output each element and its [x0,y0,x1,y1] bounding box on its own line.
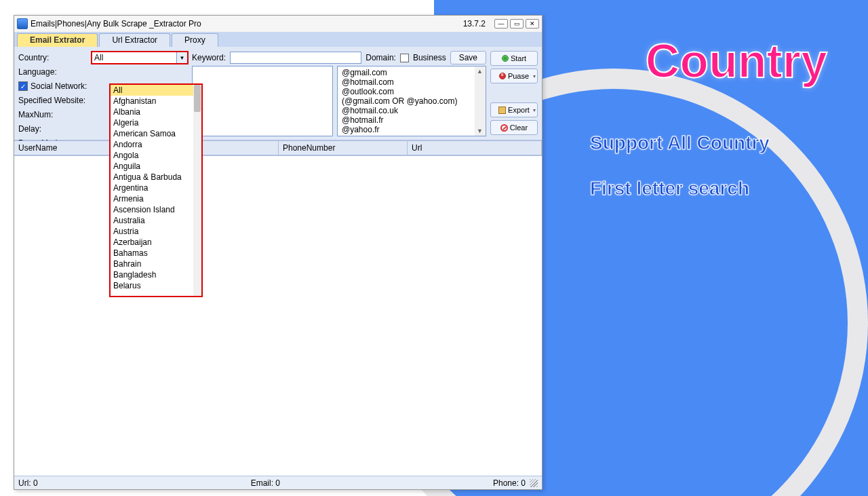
tab-proxy[interactable]: Proxy [172,33,218,47]
dropdown-item[interactable]: Bangladesh [111,269,193,280]
business-label: Business [413,53,446,62]
action-buttons: Start Puase Export Clear [490,51,538,136]
list-item[interactable]: @hotmail.fr [342,115,481,125]
list-item[interactable]: @hotmail.co.uk [342,106,481,115]
app-window: Emails|Phones|Any Bulk Scrape _Extractor… [14,15,542,490]
dropdown-item[interactable]: Argentina [111,183,193,193]
resize-grip[interactable] [530,479,538,487]
chevron-down-icon: ▼ [176,52,187,63]
dropdown-item[interactable]: All [111,85,193,96]
dropdown-item[interactable]: Andorra [111,139,193,150]
list-item[interactable]: @gmail.com [342,68,481,77]
scroll-down-icon[interactable]: ▼ [477,128,484,134]
clear-button[interactable]: Clear [490,120,538,135]
grid-header: UserName PhoneNumber Url [14,140,542,155]
tab-bar: Email Extrator Url Extractor Proxy [14,32,542,47]
dropdown-item[interactable]: Algeria [111,117,193,128]
statusbar: Url: 0 Email: 0 Phone: 0 [14,476,542,489]
dropdown-item[interactable]: Austria [111,226,193,237]
dropdown-item[interactable]: Afghanistan [111,96,193,107]
app-icon [17,18,28,29]
maximize-button[interactable]: ▭ [510,19,524,28]
toolbar: Country: All▼ Language: ✓Social Network:… [14,47,542,140]
promo-line2: First letter search [590,178,749,199]
window-title: Emails|Phones|Any Bulk Scrape _Extractor… [31,19,201,28]
list-item[interactable]: @hotmail.com [342,77,481,87]
keyword-label: Keyword: [192,53,226,62]
list-item[interactable]: @yahoo.fr [342,125,481,134]
status-phone: Phone: 0 [493,478,526,488]
promo-title: Country [646,34,827,88]
status-email: Email: 0 [251,478,280,488]
social-checkbox[interactable]: ✓ [18,81,28,91]
scrollbar[interactable] [475,66,486,136]
country-label: Country: [18,53,92,62]
start-button[interactable]: Start [490,51,538,66]
titlebar: Emails|Phones|Any Bulk Scrape _Extractor… [14,16,542,32]
domain-label: Domain: [366,53,396,62]
dropdown-scrollbar[interactable] [193,85,201,296]
version-label: 13.7.2 [463,19,486,28]
dropdown-item[interactable]: Armenia [111,193,193,204]
tab-email-extractor[interactable]: Email Extrator [17,33,98,47]
delay-label: Delay: [18,124,92,134]
results-grid[interactable] [14,155,542,476]
dropdown-item[interactable]: Albania [111,107,193,117]
dropdown-item[interactable]: Belarus [111,280,193,291]
dropdown-item[interactable]: Australia [111,215,193,226]
dropdown-item[interactable]: Bahamas [111,248,193,259]
dropdown-item[interactable]: Antigua & Barbuda [111,172,193,183]
mid-form: Keyword: Domain: Business Save @gmail.co… [192,51,486,136]
specified-website-label: Specified Website: [18,96,92,105]
list-item[interactable]: @outlook.com [342,87,481,96]
promo-line1: Support All Country [590,132,770,154]
dropdown-item[interactable]: Anguila [111,161,193,172]
social-label: Social Network: [31,81,87,91]
play-icon [502,55,509,62]
export-icon [498,107,506,114]
col-phonenumber[interactable]: PhoneNumber [279,141,408,155]
dropdown-item[interactable]: Bahrain [111,259,193,269]
list-item[interactable]: (@gmail.com OR @yahoo.com) [342,96,481,106]
business-checkbox[interactable] [400,54,409,62]
clear-icon [500,124,508,132]
country-dropdown[interactable]: AllAfghanistanAlbaniaAlgeriaAmerican Sam… [109,83,203,297]
country-combo[interactable]: All▼ [92,52,188,64]
dropdown-item[interactable]: Ascension Island [111,204,193,215]
keyword-input[interactable] [230,52,361,64]
col-url[interactable]: Url [408,141,542,155]
pause-icon [499,73,506,79]
maxnum-label: MaxNum: [18,110,92,119]
export-button[interactable]: Export [490,102,538,117]
minimize-button[interactable]: — [494,19,508,28]
language-label: Language: [18,67,92,77]
dropdown-item[interactable]: Angola [111,150,193,161]
close-button[interactable]: ✕ [526,19,539,28]
save-button[interactable]: Save [450,51,486,64]
dropdown-item[interactable]: American Samoa [111,128,193,139]
scroll-up-icon[interactable]: ▲ [477,68,484,75]
dropdown-item[interactable]: Azerbaijan [111,237,193,248]
keyword-list[interactable] [192,66,333,136]
tab-url-extractor[interactable]: Url Extractor [99,33,170,47]
pause-button[interactable]: Puase [490,69,538,83]
domain-list[interactable]: @gmail.com @hotmail.com @outlook.com (@g… [337,66,486,136]
status-url: Url: 0 [18,478,38,488]
